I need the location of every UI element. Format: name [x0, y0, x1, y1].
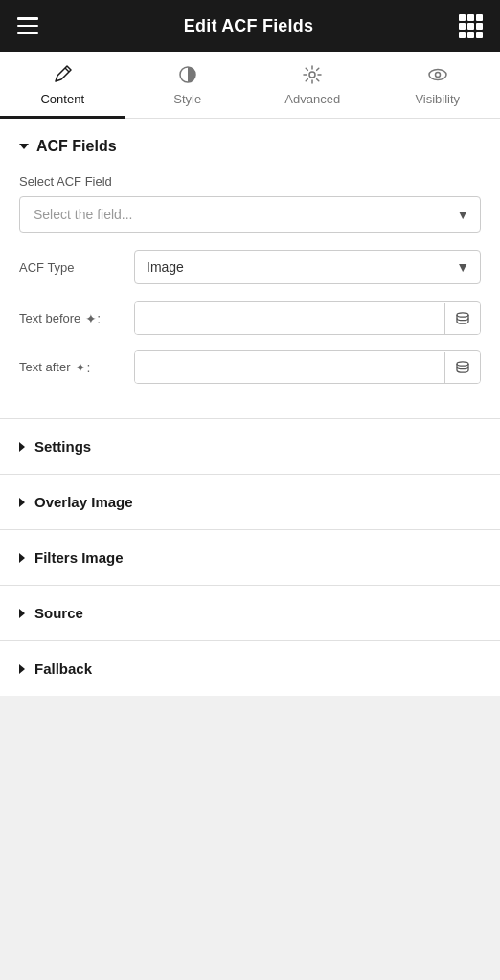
fallback-section-title: Fallback — [34, 660, 92, 677]
database-icon — [455, 311, 470, 326]
select-acf-field-input[interactable]: Select the field... — [19, 196, 481, 233]
content-tab-label: Content — [40, 92, 84, 106]
text-after-database-button[interactable] — [444, 352, 480, 383]
hamburger-menu-icon[interactable] — [17, 17, 38, 34]
acf-fields-section-title: ACF Fields — [36, 138, 117, 155]
tab-bar: Content Style Advanced Visibility — [0, 52, 500, 119]
acf-fields-section: ACF Fields Select ACF Field Select the f… — [0, 119, 500, 418]
svg-point-4 — [457, 312, 468, 316]
text-before-sparkle-icon: ✦: — [85, 311, 101, 326]
header-title: Edit ACF Fields — [184, 16, 313, 36]
main-content: ACF Fields Select ACF Field Select the f… — [0, 119, 500, 696]
acf-type-select[interactable]: Image Text Textarea Number File Gallery — [134, 250, 481, 284]
fallback-chevron-icon — [19, 664, 25, 674]
apps-grid-icon[interactable] — [459, 14, 483, 38]
tab-advanced[interactable]: Advanced — [250, 52, 375, 118]
overlay-image-section: Overlay Image — [0, 474, 500, 529]
acf-fields-section-header[interactable]: ACF Fields — [19, 138, 481, 155]
text-after-row: Text after ✦: — [19, 350, 481, 384]
text-before-input-group — [134, 301, 481, 335]
tab-content[interactable]: Content — [0, 52, 125, 118]
fallback-section: Fallback — [0, 640, 500, 696]
source-section-header[interactable]: Source — [0, 586, 500, 640]
settings-chevron-icon — [19, 442, 25, 452]
text-after-label: Text after ✦: — [19, 360, 134, 375]
source-section: Source — [0, 585, 500, 640]
text-after-input[interactable] — [135, 351, 444, 383]
overlay-image-chevron-icon — [19, 498, 25, 507]
acf-type-row: ACF Type Image Text Textarea Number File… — [19, 250, 481, 284]
filters-image-section-header[interactable]: Filters Image — [0, 530, 500, 585]
svg-point-2 — [429, 70, 446, 80]
tab-visibility[interactable]: Visibility — [375, 52, 501, 118]
visibility-tab-icon — [428, 65, 447, 87]
source-section-title: Source — [34, 605, 83, 621]
acf-type-select-wrapper: Image Text Textarea Number File Gallery … — [134, 250, 481, 284]
advanced-tab-icon — [303, 65, 322, 87]
content-tab-icon — [53, 65, 72, 87]
select-acf-field-group: Select ACF Field Select the field... ▼ — [19, 174, 481, 233]
acf-type-label: ACF Type — [19, 260, 134, 275]
filters-image-section: Filters Image — [0, 529, 500, 585]
overlay-image-section-title: Overlay Image — [34, 494, 133, 510]
settings-section-title: Settings — [34, 438, 91, 455]
overlay-image-section-header[interactable]: Overlay Image — [0, 475, 500, 529]
svg-point-1 — [309, 72, 315, 78]
select-acf-field-wrapper: Select the field... ▼ — [19, 196, 481, 233]
style-tab-icon — [178, 65, 197, 87]
filters-image-chevron-icon — [19, 553, 25, 563]
svg-point-5 — [457, 361, 468, 365]
settings-section: Settings — [0, 418, 500, 474]
style-tab-label: Style — [173, 92, 201, 106]
database-icon-2 — [455, 360, 470, 375]
fallback-section-header[interactable]: Fallback — [0, 641, 500, 696]
text-before-row: Text before ✦: — [19, 301, 481, 335]
settings-section-header[interactable]: Settings — [0, 419, 500, 474]
acf-fields-chevron-icon — [19, 144, 29, 149]
text-after-input-group — [134, 350, 481, 384]
visibility-tab-label: Visibility — [415, 92, 460, 106]
app-header: Edit ACF Fields — [0, 0, 500, 52]
advanced-tab-label: Advanced — [284, 92, 340, 106]
text-before-input[interactable] — [135, 302, 444, 334]
text-before-label: Text before ✦: — [19, 311, 134, 326]
select-acf-field-label: Select ACF Field — [19, 174, 481, 189]
source-chevron-icon — [19, 609, 25, 618]
tab-style[interactable]: Style — [125, 52, 251, 118]
filters-image-section-title: Filters Image — [34, 549, 124, 566]
text-before-database-button[interactable] — [444, 303, 480, 334]
text-after-sparkle-icon: ✦: — [75, 360, 90, 375]
svg-point-3 — [435, 73, 440, 78]
